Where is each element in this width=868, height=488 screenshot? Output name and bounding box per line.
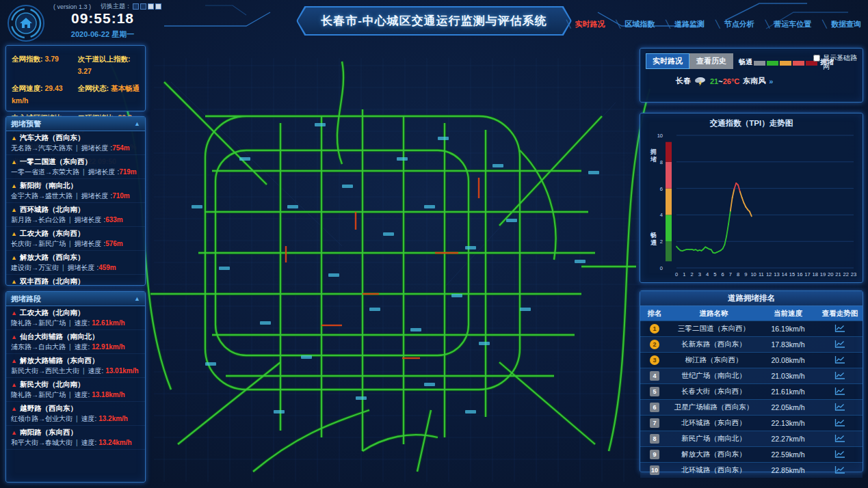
nav-tab-6[interactable]: ╲ 数据查询 [822,19,861,29]
theme-swatch-light-2[interactable] [155,3,161,10]
theme-swatch-dark-1[interactable] [133,3,139,10]
list-item: ▲工农大路（东向西）长庆街→新民广场|拥堵长度 :576m [6,227,145,251]
congested-sections-list[interactable]: ▲工农大路（北向南）隆礼路→新民广场|速度: 12.61km/h▲仙台大街辅路（… [6,306,145,482]
stat-label: 全网指数: [12,55,44,63]
road-name: ▲南阳路（东向西） [11,428,140,437]
road-detail: 无名路→汽车大路东|拥堵长度 :754m [11,144,140,153]
length-value: 710m [112,192,130,200]
svg-text:8: 8 [660,159,663,165]
ranking-speed: 22.27km/h [759,435,817,443]
list-item: ▲新民大街（北向南）隆礼路→新民广场|速度: 13.18km/h [6,378,145,402]
tpi-chart-panel: 交通指数（TPI）走势图 0246810拥堵畅通0123456789101112… [640,113,863,283]
svg-text:6: 6 [660,186,663,192]
header: ( version 1.3 ) 切换主题： 09:55:18 2020-06-2… [0,0,868,42]
svg-text:6: 6 [721,271,724,277]
svg-text:13: 13 [774,271,779,277]
nav-tab-3[interactable]: ╲ 道路监测 [666,19,705,29]
svg-text:19: 19 [820,271,826,277]
svg-text:23: 23 [851,271,856,277]
road-detail: 隆礼路→新民广场|速度: 12.61km/h [11,318,140,328]
base-roadnet-checkbox[interactable]: 显示基础路网 [813,54,858,71]
trend-chart-icon[interactable] [834,355,845,364]
svg-text:4: 4 [660,212,663,218]
road-name: ▲仙台大街辅路（南向北） [11,332,140,342]
road-name: ▲新民大街（北向南） [11,380,140,390]
realtime-tab-button[interactable]: 实时路况 [646,53,689,69]
list-item: ▲西环城路（北向南）新月路→长白公路|拥堵长度 :633m [6,203,145,227]
svg-text:20: 20 [828,271,833,277]
trend-chart-icon[interactable] [834,450,845,459]
road-detail: 建设街→万宝街|拥堵长度 :459m [11,263,140,273]
svg-text:10: 10 [750,271,756,277]
trend-chart-icon[interactable] [834,434,845,443]
warning-triangle-icon: ▲ [11,159,17,165]
svg-text:2: 2 [690,271,693,277]
nav-tab-1[interactable]: ╲ 实时路况 [566,19,605,29]
app-title-badge: 长春市-中心城区交通运行监测与评估系统 [296,6,572,36]
list-item: ▲汽车大路（西向东）无名路→汽车大路东|拥堵长度 :754m [6,131,145,155]
length-value: 754m [112,144,130,152]
trend-chart-icon[interactable] [834,340,845,349]
road-name: ▲新阳街（南向北） [11,181,140,191]
nav-tab-2[interactable]: ╲ 区域指数 [616,19,655,29]
network-stat: 全网速度: 29.43 km/h [12,81,74,106]
theme-swatch-light-1[interactable] [148,3,154,10]
trend-chart-icon[interactable] [834,371,845,380]
nav-separator-icon: ╲ [666,20,672,28]
svg-text:16: 16 [797,271,802,277]
svg-text:10: 10 [657,133,663,139]
legend-swatch [793,61,804,66]
svg-text:畅通: 畅通 [650,232,657,246]
road-name: ▲双丰西路（北向南） [11,277,140,285]
trend-chart-icon[interactable] [834,324,845,333]
svg-text:2: 2 [660,239,663,245]
ranking-road-name: 三零二国道（东向西） [669,324,759,334]
main-nav: ╲ 实时路况╲ 区域指数╲ 道路监测╲ 节点分析╲ 营运车位置╲ 数据查询 [566,19,861,29]
table-row: 7北环城路（东向西）22.13km/h [640,415,863,431]
svg-text:22: 22 [843,271,849,277]
trend-chart-icon[interactable] [834,418,845,427]
road-detail: 浦东路→自由大路|速度: 12.91km/h [11,342,140,352]
theme-swatch-dark-2[interactable] [140,3,146,10]
road-name: ▲越野路（西向东） [11,404,140,414]
collapse-icon[interactable]: ▲ [134,117,140,131]
weather-city: 长春 [676,76,691,86]
speed-value: 13.24km/h [98,439,131,446]
svg-text:1: 1 [683,271,685,277]
wind-direction: 东南风 [743,76,765,86]
road-name: ▲工农大路（北向南） [11,308,140,318]
weather-more-arrow[interactable]: » [769,77,773,85]
history-tab-button[interactable]: 查看历史 [689,53,733,69]
base-roadnet-checkbox-input[interactable] [813,55,820,62]
trend-chart-icon[interactable] [834,387,845,396]
ranking-speed: 21.03km/h [759,372,817,380]
road-detail: 隆礼路→新民广场|速度: 13.18km/h [11,390,140,400]
table-row: 6卫星广场辅路（西向东）22.05km/h [640,399,863,415]
speed-value: 13.18km/h [92,391,124,398]
ranking-speed: 22.85km/h [759,466,817,474]
alert-triangle-icon: ▲ [11,405,17,412]
length-value: 576m [105,240,123,247]
table-row: 4世纪广场（南向北）21.03km/h [640,368,863,383]
rank-badge: 7 [650,418,659,428]
collapse-icon[interactable]: ▲ [134,292,140,306]
table-row: 10北环城路（西向东）22.85km/h [640,462,863,478]
rank-badge: 8 [650,434,659,444]
road-name: ▲汽车大路（西向东） [11,133,140,143]
list-item: ▲解放大路辅路（东向西）新民大街→西民主大街|速度: 13.01km/h [6,354,145,378]
road-name: ▲西环城路（北向南） [11,205,140,215]
ranking-column-header: 查看走势图 [817,309,863,318]
warning-triangle-icon: ▲ [11,135,17,141]
weather-bar: 长春 21~26°C 东南风 » [640,69,863,86]
alert-triangle-icon: ▲ [11,310,17,316]
ranking-road-name: 解放大路（西向东） [669,450,759,459]
nav-tab-5[interactable]: ╲ 营运车位置 [765,19,812,29]
trend-chart-icon[interactable] [834,403,845,411]
congestion-warning-list[interactable]: ▲汽车大路（西向东）无名路→汽车大路东|拥堵长度 :754m▲一零二国道（东向西… [6,131,145,285]
home-logo[interactable] [7,4,45,42]
trend-chart-icon[interactable] [834,465,845,474]
svg-text:拥堵: 拥堵 [650,148,657,163]
nav-tab-4[interactable]: ╲ 节点分析 [715,19,754,29]
nav-separator-icon: ╲ [822,20,829,28]
ranking-road-name: 柳江路（东向西） [669,355,759,365]
